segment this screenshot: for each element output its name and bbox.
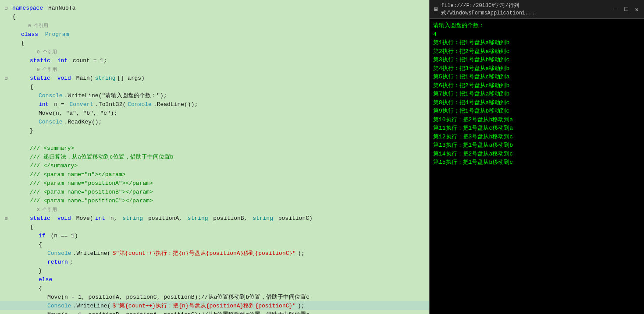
code-line: /// </summary> xyxy=(0,161,429,170)
code-line: /// 递归算法，从a位置移动到c位置，借助于中间位置b xyxy=(0,152,429,161)
terminal-line: 第14执行：把2号盘从a移动到c xyxy=(433,150,640,159)
code-line: { xyxy=(0,82,429,91)
code-line: /// <param name="positionB"></param> xyxy=(0,187,429,196)
code-token: HanNuoTa xyxy=(43,5,75,11)
code-token: Move(n, "a", "b", "c"); xyxy=(37,110,117,116)
terminal-line: 第13执行：把1号盘从a移动到b xyxy=(433,141,640,150)
code-token: } xyxy=(28,127,33,134)
code-token xyxy=(50,75,56,81)
code-token: /// </summary> xyxy=(28,162,78,169)
code-token: n, xyxy=(105,215,121,222)
code-line: 0 个引用 xyxy=(0,65,429,74)
code-token: .WriteLine("请输入圆盘的个数："); xyxy=(63,92,167,99)
code-token: /// 递归算法，从a位置移动到c位置，借助于中间位置b xyxy=(28,153,174,161)
code-line: class Program xyxy=(0,30,429,39)
code-token: Move(n - 1, positionB, positionA, positi… xyxy=(46,310,310,314)
code-line: } xyxy=(0,126,429,135)
code-token: positionB, xyxy=(208,215,251,222)
collapse-icon[interactable]: ⊟ xyxy=(2,75,11,81)
code-token xyxy=(50,57,56,64)
code-line: { xyxy=(0,222,429,231)
code-line: 0 个引用 xyxy=(0,47,429,56)
terminal-title: 🖥 file:///F:/2018C#学习/行列式/WindowsFormsAp… xyxy=(433,2,612,17)
code-token: ); xyxy=(296,303,305,309)
terminal-line: 第12执行：把3号盘从b移动到c xyxy=(433,133,640,141)
code-token: /// <summary> xyxy=(28,145,74,152)
code-line: /// <param name="positionA"></param> xyxy=(0,179,429,187)
code-line: { xyxy=(0,240,429,249)
code-token: $"第{count++}执行：把{n}号盘从{positionA}移到{posi… xyxy=(110,249,296,257)
code-token: count = 1; xyxy=(68,57,107,64)
code-token: (n == 1) xyxy=(46,233,78,239)
maximize-button[interactable]: □ xyxy=(623,5,630,14)
terminal-line: 第4执行：把3号盘从a移动到b xyxy=(433,64,640,73)
code-token: { xyxy=(28,224,33,230)
code-token: Console xyxy=(46,250,71,257)
code-token: { xyxy=(37,285,42,292)
code-token: class xyxy=(19,31,38,38)
code-token: { xyxy=(37,241,42,248)
code-token xyxy=(38,31,43,38)
code-token: .WriteLine( xyxy=(71,250,111,257)
code-token: } xyxy=(37,268,42,274)
code-token: if xyxy=(37,233,46,239)
collapse-icon[interactable]: ⊟ xyxy=(2,215,11,221)
code-line xyxy=(0,135,429,144)
close-button[interactable]: ✕ xyxy=(633,5,640,14)
code-token: Console xyxy=(37,119,63,125)
code-line: Console.ReadKey(); xyxy=(0,117,429,126)
code-token: /// <param name="positionB"></param> xyxy=(28,189,153,195)
ref-count: 3 个引用 xyxy=(37,206,57,213)
collapse-icon[interactable]: ⊟ xyxy=(2,5,11,11)
terminal-line: 第10执行：把2号盘从b移动到a xyxy=(433,116,640,124)
code-line: return; xyxy=(0,258,429,266)
terminal-controls[interactable]: ─ □ ✕ xyxy=(612,5,640,14)
code-token: { xyxy=(11,14,16,20)
code-token: /// <param name="positionA"></param> xyxy=(28,180,153,187)
code-line: Move(n - 1, positionA, positionC, positi… xyxy=(0,293,429,301)
code-line: /// <param name="n"></param> xyxy=(0,170,429,179)
code-line: ⊟static void Move(int n, string position… xyxy=(0,214,429,222)
code-token: return xyxy=(46,259,68,265)
code-token: Console xyxy=(126,101,152,108)
code-token: n = xyxy=(49,101,68,108)
code-line: int n = Convert.ToInt32(Console.ReadLine… xyxy=(0,100,429,109)
code-line: 0 个引用 xyxy=(0,21,429,30)
code-token: Move( xyxy=(71,215,93,222)
code-token: /// <param name="n"></param> xyxy=(28,171,125,178)
terminal-body: 请输入圆盘的个数：4第1执行：把1号盘从a移动到b第2执行：把2号盘从a移动到c… xyxy=(430,19,644,314)
terminal-line: 第7执行：把1号盘从a移动到b xyxy=(433,90,640,99)
terminal-panel: 🖥 file:///F:/2018C#学习/行列式/WindowsFormsAp… xyxy=(429,0,644,314)
code-line: if (n == 1) xyxy=(0,231,429,240)
code-editor[interactable]: ⊟namespace HanNuoTa{0 个引用class Program{0… xyxy=(0,0,429,314)
code-token: .ReadLine()); xyxy=(152,101,198,108)
code-token: namespace xyxy=(11,5,43,11)
code-token: positionC) xyxy=(273,215,313,222)
terminal-line: 4 xyxy=(433,30,640,39)
minimize-button[interactable]: ─ xyxy=(612,5,619,14)
code-line: Console.WriteLine($"第{count++}执行：把{n}号盘从… xyxy=(0,301,429,310)
code-token: int xyxy=(37,101,49,108)
code-line: ⊟static void Main(string[] args) xyxy=(0,74,429,82)
code-line: { xyxy=(0,12,429,21)
code-token: Main( xyxy=(71,75,93,81)
code-token: string xyxy=(121,215,143,222)
code-token: positionA, xyxy=(143,215,186,222)
code-line: /// <summary> xyxy=(0,144,429,152)
code-token: .WriteLine( xyxy=(71,303,111,309)
code-token: /// <param name="positionC"></param> xyxy=(28,198,153,204)
code-token: void xyxy=(56,75,71,81)
ref-count: 0 个引用 xyxy=(37,49,57,55)
code-line: else xyxy=(0,275,429,284)
code-token: string xyxy=(186,215,208,222)
ref-count: 0 个引用 xyxy=(28,22,48,29)
code-token: Program xyxy=(43,31,69,38)
code-token: ; xyxy=(68,259,73,265)
terminal-line: 第2执行：把2号盘从a移动到c xyxy=(433,47,640,56)
code-token: Console xyxy=(46,303,71,309)
code-token: .ReadKey(); xyxy=(63,119,102,125)
code-line: Move(n, "a", "b", "c"); xyxy=(0,109,429,117)
code-line: { xyxy=(0,39,429,47)
terminal-line: 第15执行：把1号盘从b移动到c xyxy=(433,158,640,167)
code-token: $"第{count++}执行：把{n}号盘从{positionA}移到{posi… xyxy=(110,302,296,310)
